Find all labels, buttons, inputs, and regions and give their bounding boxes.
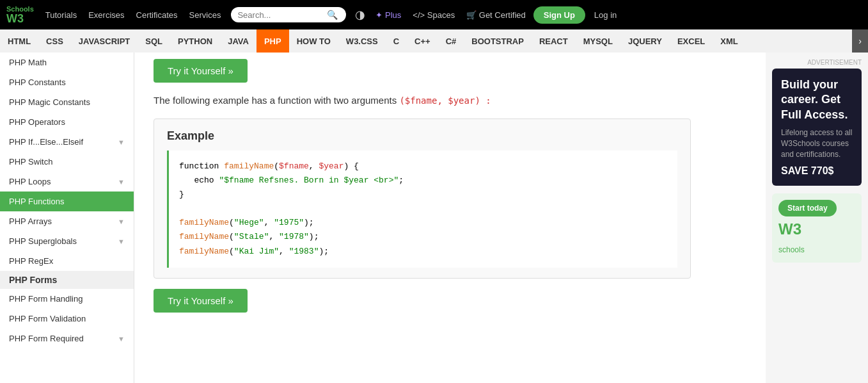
lang-javascript[interactable]: JAVASCRIPT [71,29,138,53]
lang-mysql[interactable]: MYSQL [576,29,620,53]
lang-cpp[interactable]: C++ [407,29,438,53]
certificates-nav[interactable]: Certificates [132,8,182,22]
search-box[interactable]: 🔍 [231,7,346,22]
advertisement-label: ADVERTISEMENT [772,59,862,66]
sidebar-item-php-operators[interactable]: PHP Operators [0,112,134,132]
sidebar-item-php-form-handling[interactable]: PHP Form Handling [0,289,134,309]
page-layout: PHP Math PHP Constants PHP Magic Constan… [0,53,868,383]
lang-bootstrap[interactable]: BOOTSTRAP [464,29,532,53]
start-today-button[interactable]: Start today [778,200,837,216]
top-navigation: Schools W3 Tutorials Exercises Certifica… [0,0,868,29]
w3schools-ad-logo: W3 schools [778,220,855,256]
lang-jquery[interactable]: JQUERY [620,29,670,53]
services-nav[interactable]: Services [185,8,225,22]
sidebar-item-php-regex[interactable]: PHP RegEx [0,251,134,271]
lang-sql[interactable]: SQL [138,29,170,53]
tutorials-nav[interactable]: Tutorials [42,8,81,22]
get-certified-nav[interactable]: 🛒 Get Certified [462,8,530,22]
lang-excel[interactable]: EXCEL [670,29,713,53]
main-content: Try it Yourself » The following example … [134,53,766,383]
sidebar-item-php-form-validation[interactable]: PHP Form Validation [0,309,134,329]
ad-title: Build your career. Get Full Access. [781,77,853,122]
sidebar-section-forms: PHP Forms [0,271,134,289]
code-block: function familyName($fname, $year) { ech… [167,151,677,268]
code-line-5: familyName("Stale", "1978"); [179,230,667,244]
example-box: Example function familyName($fname, $yea… [154,118,691,279]
code-line-2: echo "$fname Refsnes. Born in $year <br>… [179,174,667,188]
w3schools-logo[interactable]: Schools W3 [6,6,34,24]
lang-php[interactable]: PHP [256,29,289,53]
lang-css[interactable]: CSS [38,29,71,53]
lang-w3css[interactable]: W3.CSS [338,29,386,53]
sidebar-item-php-arrays[interactable]: PHP Arrays ▼ [0,211,134,231]
signup-button[interactable]: Sign Up [533,6,585,24]
lang-html[interactable]: HTML [0,29,38,53]
code-line-4: familyName("Hege", "1975"); [179,216,667,230]
plus-nav[interactable]: ✦ Plus [372,8,405,22]
lang-bar-more[interactable]: › [852,29,868,53]
contrast-toggle[interactable]: ◑ [352,5,368,24]
logo-text: Schools [6,6,34,13]
language-bar: HTML CSS JAVASCRIPT SQL PYTHON JAVA PHP … [0,29,868,53]
lang-howto[interactable]: HOW TO [289,29,338,53]
right-panel: ADVERTISEMENT Build your career. Get Ful… [766,53,868,383]
exercises-nav[interactable]: Exercises [84,8,128,22]
chevron-down-icon: ▼ [118,178,125,186]
lang-xml[interactable]: XML [713,29,745,53]
chevron-down-icon: ▼ [118,138,125,146]
ad-save-text: SAVE 770$ [781,165,853,177]
sidebar-item-php-math[interactable]: PHP Math [0,53,134,72]
lang-java[interactable]: JAVA [220,29,256,53]
sidebar-item-php-ifelse[interactable]: PHP If...Else...Elseif ▼ [0,132,134,152]
content-inner: Try it Yourself » The following example … [134,53,710,336]
code-line-6: familyName("Kai Jim", "1983"); [179,245,667,259]
ad-subtitle: Lifelong access to all W3Schools courses… [781,127,853,159]
search-icon: 🔍 [327,10,338,20]
ad-box-primary[interactable]: Build your career. Get Full Access. Life… [772,69,862,186]
example-label: Example [167,129,677,143]
lang-python[interactable]: PYTHON [170,29,220,53]
lang-react[interactable]: REACT [532,29,576,53]
inline-code-params: ($fname, $year) : [399,95,491,106]
sidebar-item-php-functions[interactable]: PHP Functions [0,192,134,211]
sidebar-item-php-loops[interactable]: PHP Loops ▼ [0,172,134,192]
sidebar-item-php-switch[interactable]: PHP Switch [0,152,134,172]
spaces-nav[interactable]: </> Spaces [409,8,459,22]
code-line-1: function familyName($fname, $year) { [179,159,667,174]
content-paragraph: The following example has a function wit… [154,93,691,108]
ad-box-secondary[interactable]: Start today W3 schools [772,193,862,263]
try-it-yourself-bottom-button[interactable]: Try it Yourself » [154,289,248,313]
search-input[interactable] [237,10,327,20]
sidebar-item-php-superglobals[interactable]: PHP Superglobals ▼ [0,231,134,251]
sidebar-item-php-constants[interactable]: PHP Constants [0,72,134,92]
login-button[interactable]: Log in [589,8,622,22]
sidebar-item-php-magic-constants[interactable]: PHP Magic Constants [0,92,134,112]
code-line-3: } [179,188,667,202]
chevron-down-icon: ▼ [118,335,125,343]
chevron-down-icon: ▼ [118,238,125,245]
sidebar-item-php-form-required[interactable]: PHP Form Required ▼ [0,329,134,348]
code-line-blank [179,202,667,216]
sidebar: PHP Math PHP Constants PHP Magic Constan… [0,53,134,383]
chevron-down-icon: ▼ [118,218,125,225]
try-it-yourself-top-button[interactable]: Try it Yourself » [154,59,248,83]
lang-csharp[interactable]: C# [438,29,464,53]
lang-c[interactable]: C [386,29,407,53]
